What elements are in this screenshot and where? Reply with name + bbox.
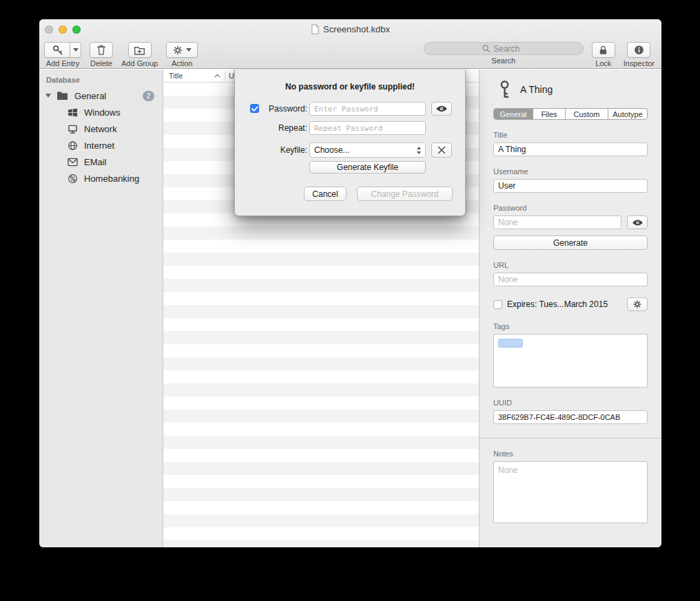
network-icon xyxy=(68,124,78,134)
password-input[interactable] xyxy=(309,102,426,116)
reveal-password-button[interactable] xyxy=(431,102,452,116)
expires-row: Expires: Tues...March 2015 xyxy=(493,297,648,311)
keyfile-value: Choose... xyxy=(314,145,417,155)
add-group-button[interactable] xyxy=(128,42,152,58)
column-header-username[interactable]: U xyxy=(229,72,234,80)
clear-keyfile-button[interactable] xyxy=(431,143,452,158)
keyfile-dropdown[interactable]: Choose... xyxy=(309,143,426,158)
notes-field[interactable] xyxy=(493,461,648,523)
add-group-tool: Add Group xyxy=(121,42,158,67)
gear-icon xyxy=(632,299,642,309)
inspector-button[interactable] xyxy=(627,42,650,58)
change-password-button[interactable]: Change Password xyxy=(357,187,453,201)
add-entry-button[interactable] xyxy=(44,42,70,58)
search-icon xyxy=(482,44,491,53)
tab-custom[interactable]: Custom xyxy=(565,109,608,119)
title-field[interactable] xyxy=(493,143,648,156)
titlebar: Screenshot.kdbx xyxy=(39,19,661,40)
add-entry-tool: Add Entry xyxy=(44,42,81,67)
change-password-dialog: No password or keyfile supplied! Passwor… xyxy=(234,70,466,216)
homebanking-icon xyxy=(68,173,78,184)
tag-chip[interactable] xyxy=(498,339,523,348)
windows-icon xyxy=(68,107,78,118)
chevron-down-icon xyxy=(186,48,192,52)
delete-label: Delete xyxy=(90,59,112,67)
action-button[interactable] xyxy=(166,42,198,58)
divider xyxy=(480,438,661,439)
sidebar-group-general[interactable]: General 2 xyxy=(39,87,163,104)
sidebar-item-network[interactable]: Network xyxy=(39,120,163,137)
sidebar-item-internet[interactable]: Internet xyxy=(39,137,163,154)
generate-keyfile-button[interactable]: Generate Keyfile xyxy=(309,161,426,173)
cancel-button[interactable]: Cancel xyxy=(304,187,347,201)
sidebar-item-label: Network xyxy=(84,124,163,134)
uuid-label: UUID xyxy=(493,399,648,407)
reveal-password-button[interactable] xyxy=(627,215,648,229)
expires-settings-button[interactable] xyxy=(627,297,648,311)
notes-label: Notes xyxy=(493,450,648,458)
repeat-label: Repeat: xyxy=(256,123,307,133)
sidebar-item-label: Homebanking xyxy=(84,173,163,184)
stepper-icon xyxy=(417,147,421,154)
username-field[interactable] xyxy=(493,179,648,193)
eye-icon xyxy=(435,105,448,113)
action-label: Action xyxy=(172,59,193,67)
tab-autotype[interactable]: Autotype xyxy=(608,109,647,119)
password-field-label: Password xyxy=(493,204,648,212)
uuid-field[interactable] xyxy=(493,410,648,424)
column-header-title[interactable]: Title xyxy=(169,72,183,80)
sort-ascending-icon xyxy=(214,74,220,78)
email-icon xyxy=(68,158,78,167)
sidebar-item-label: EMail xyxy=(84,157,163,167)
sidebar-item-email[interactable]: EMail xyxy=(39,154,163,170)
tab-general[interactable]: General xyxy=(494,109,533,119)
inspector-panel: A Thing General Files Custom Autotype Ti… xyxy=(479,70,661,547)
window-header: Screenshot.kdbx Add Entry D xyxy=(39,19,661,69)
lock-icon xyxy=(598,45,608,56)
globe-icon xyxy=(68,140,78,151)
column-divider[interactable] xyxy=(225,71,225,81)
username-field-label: Username xyxy=(493,167,648,176)
keyfile-label: Keyfile: xyxy=(256,145,307,155)
add-entry-dropdown-button[interactable] xyxy=(70,42,81,58)
app-window: Screenshot.kdbx Add Entry D xyxy=(39,19,661,547)
folder-add-icon xyxy=(134,45,145,56)
key-icon xyxy=(52,44,63,56)
info-icon xyxy=(633,44,645,56)
sidebar-item-homebanking[interactable]: Homebanking xyxy=(39,170,163,187)
add-entry-label: Add Entry xyxy=(46,59,79,67)
chevron-down-icon xyxy=(73,48,79,52)
window-title: Screenshot.kdbx xyxy=(39,24,661,34)
inspector-label: Inspector xyxy=(624,59,655,67)
key-icon xyxy=(497,80,512,99)
lock-tool: Lock xyxy=(592,42,615,67)
toolbar: Add Entry Delete Add Group xyxy=(39,40,661,69)
search-field[interactable] xyxy=(424,42,584,55)
url-field-label: URL xyxy=(493,261,648,269)
delete-tool: Delete xyxy=(90,42,113,67)
document-icon xyxy=(311,24,320,34)
sidebar-item-windows[interactable]: Windows xyxy=(39,104,163,120)
url-field[interactable] xyxy=(493,273,648,286)
search-input[interactable] xyxy=(493,44,525,54)
sidebar-section-header: Database xyxy=(46,76,80,84)
eye-icon xyxy=(632,219,644,226)
tab-files[interactable]: Files xyxy=(533,109,565,119)
add-group-label: Add Group xyxy=(121,59,158,67)
sidebar-item-label: Internet xyxy=(84,140,163,151)
expires-checkbox[interactable] xyxy=(493,300,502,309)
tags-box[interactable] xyxy=(493,334,648,388)
sidebar: Database General 2 Windows Network Inter… xyxy=(39,70,163,547)
password-label: Password: xyxy=(256,104,307,114)
generate-password-button[interactable]: Generate xyxy=(493,235,648,250)
disclosure-triangle-icon[interactable] xyxy=(45,94,51,98)
entry-count-badge: 2 xyxy=(143,91,154,101)
password-field[interactable] xyxy=(493,215,621,229)
search-label: Search xyxy=(491,56,515,65)
sidebar-item-label: Windows xyxy=(84,107,163,118)
repeat-password-input[interactable] xyxy=(309,121,426,135)
delete-button[interactable] xyxy=(90,42,113,58)
lock-button[interactable] xyxy=(592,42,615,58)
tags-label: Tags xyxy=(493,322,648,330)
title-field-label: Title xyxy=(493,131,648,139)
